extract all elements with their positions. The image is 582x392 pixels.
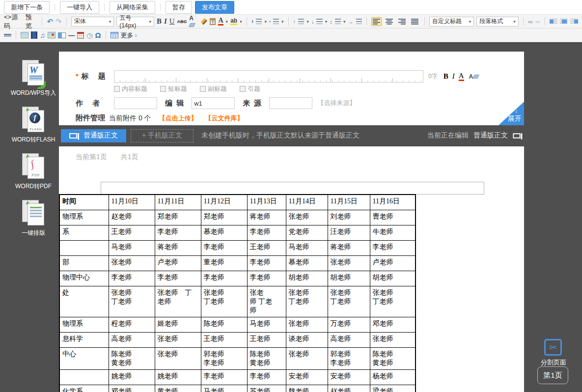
- table-cell[interactable]: 物理系: [59, 210, 109, 225]
- table-cell[interactable]: 胡老师: [370, 271, 416, 286]
- chevron-down-icon[interactable]: ▾: [264, 19, 267, 24]
- table-cell[interactable]: 胡老师: [286, 271, 328, 286]
- table-cell[interactable]: 王老师: [247, 240, 286, 255]
- table-cell[interactable]: 陈老师 黄老师: [370, 348, 416, 370]
- table-cell[interactable]: 郭老师 李老师: [328, 348, 370, 370]
- undo-icon[interactable]: ↶: [47, 18, 53, 25]
- table-cell[interactable]: 李老师: [201, 271, 247, 286]
- clock-icon[interactable]: ◷: [86, 31, 92, 39]
- table-cell[interactable]: 李老师: [109, 271, 155, 286]
- ordered-list-icon[interactable]: [256, 19, 262, 24]
- calendar-icon[interactable]: [77, 32, 84, 39]
- table-cell[interactable]: 系: [59, 225, 109, 240]
- table-cell[interactable]: 谈老师: [286, 333, 328, 348]
- highlight-color-button[interactable]: ab: [230, 18, 237, 25]
- one-key-import-button[interactable]: 一键导入: [60, 1, 99, 14]
- table-cell[interactable]: 张老师: [286, 317, 328, 333]
- paragraph-spacing-top-icon[interactable]: [298, 19, 304, 24]
- table-cell[interactable]: 王老师: [109, 225, 155, 240]
- table-cell[interactable]: 李老师: [201, 370, 247, 385]
- table-cell[interactable]: 李老师: [370, 240, 416, 255]
- table-cell[interactable]: 慕老师: [201, 225, 247, 240]
- chevron-down-icon[interactable]: ▾: [240, 19, 242, 24]
- chevron-down-icon[interactable]: ▾: [306, 19, 309, 24]
- more-tools-button[interactable]: 更多›: [121, 31, 137, 40]
- bullet-list-icon[interactable]: [273, 19, 279, 24]
- table-cell[interactable]: 苏老师: [247, 385, 286, 392]
- align-left-button[interactable]: [371, 17, 382, 26]
- table-cell[interactable]: [59, 370, 109, 385]
- table-cell[interactable]: 万老师: [328, 317, 370, 333]
- sidebar-item-word-import[interactable]: W WORD/WPS导入: [10, 60, 57, 97]
- table-cell[interactable]: 高老师: [109, 333, 155, 348]
- table-cell[interactable]: 邓老师: [109, 385, 155, 392]
- table-header-cell[interactable]: 11月12日: [201, 195, 247, 210]
- table-cell[interactable]: 李老师: [155, 271, 201, 286]
- table-cell[interactable]: 物理中心: [59, 271, 109, 286]
- table-cell[interactable]: 部: [59, 255, 109, 271]
- table-cell[interactable]: 张老师: [370, 333, 416, 348]
- page-1-button[interactable]: 第1页: [537, 366, 568, 384]
- bullet-list-icon[interactable]: •: [269, 19, 271, 24]
- table-cell[interactable]: 程老师: [109, 317, 155, 333]
- table-cell[interactable]: 卢老师: [155, 255, 201, 271]
- chevron-down-icon[interactable]: ▾: [325, 19, 328, 24]
- insert-table-icon[interactable]: [111, 32, 118, 38]
- table-cell[interactable]: 张老师 丁老师: [328, 286, 370, 317]
- chevron-down-icon[interactable]: ▾: [226, 19, 228, 24]
- insert-audio-icon[interactable]: ♫: [40, 31, 45, 39]
- table-cell[interactable]: 党老师: [286, 225, 328, 240]
- title-remove-format-icon[interactable]: A: [469, 73, 479, 80]
- table-header-cell[interactable]: 11月13日: [247, 195, 286, 210]
- table-header-cell[interactable]: 11月14日: [286, 195, 328, 210]
- table-cell[interactable]: 牛老师: [370, 225, 416, 240]
- redo-icon[interactable]: ↷: [55, 18, 62, 25]
- checkbox-lead-title[interactable]: 引题: [240, 84, 260, 93]
- remove-format-icon[interactable]: A: [189, 15, 198, 28]
- table-cell[interactable]: 张老 师 丁老 师: [247, 286, 286, 317]
- editor-input[interactable]: [192, 97, 235, 109]
- table-cell[interactable]: 郑老师: [155, 210, 201, 225]
- underline-button[interactable]: U: [169, 17, 175, 26]
- author-input[interactable]: [114, 97, 157, 109]
- editor-page[interactable]: 当前第1页共1页 时间11月10日11月11日11月12日11月13日11月14…: [59, 146, 524, 392]
- table-cell[interactable]: 马老师: [201, 385, 247, 392]
- content-table[interactable]: 时间11月10日11月11日11月12日11月13日11月14日11月15日11…: [59, 194, 416, 392]
- table-cell[interactable]: 赵老师: [109, 210, 155, 225]
- source-input[interactable]: [269, 97, 312, 109]
- source-code-toggle[interactable]: <>源码: [4, 13, 23, 30]
- table-cell[interactable]: 蒋老师: [247, 210, 286, 225]
- table-cell[interactable]: 赵老师: [328, 385, 370, 392]
- table-cell[interactable]: [59, 240, 109, 255]
- upload-attachment-link[interactable]: 【点击上传】: [159, 114, 197, 123]
- table-cell[interactable]: 李老师: [155, 225, 201, 240]
- table-cell[interactable]: 胡老师: [328, 271, 370, 286]
- table-cell[interactable]: 张老师: [109, 255, 155, 271]
- custom-title-select[interactable]: 自定义标题▾: [429, 17, 474, 27]
- strikethrough-button[interactable]: ABC: [177, 19, 187, 24]
- table-cell[interactable]: 处: [59, 286, 109, 317]
- align-center-button[interactable]: [384, 17, 394, 26]
- table-cell[interactable]: 陈老师 黄老师: [247, 348, 286, 370]
- table-cell[interactable]: 李老师: [201, 240, 247, 255]
- special-char-icon[interactable]: Ω: [95, 31, 101, 39]
- table-cell[interactable]: 梁老师: [370, 385, 416, 392]
- font-size-select[interactable]: 五号(14px)▾: [116, 17, 154, 27]
- paragraph-spacing-top-icon[interactable]: ↑: [293, 19, 296, 25]
- table-cell[interactable]: 张老师 丁老师: [286, 286, 328, 317]
- expand-label[interactable]: 展开: [508, 114, 522, 123]
- table-cell[interactable]: 姚老师: [155, 370, 201, 385]
- title-color-button[interactable]: A: [459, 72, 464, 81]
- title-bold-button[interactable]: B: [443, 72, 448, 81]
- table-cell[interactable]: 马老师: [247, 317, 286, 333]
- table-cell[interactable]: 张老师 丁老师: [201, 286, 247, 317]
- sidebar-item-word-to-pdf[interactable]: ∫PDF WORD转PDF: [10, 153, 57, 191]
- bold-button[interactable]: B: [157, 17, 162, 26]
- table-cell[interactable]: 马老师: [109, 240, 155, 255]
- align-right-button[interactable]: [397, 17, 407, 26]
- align-justify-button[interactable]: [410, 17, 420, 26]
- insert-map-icon[interactable]: [48, 32, 55, 38]
- image-align-right-icon[interactable]: [570, 19, 578, 25]
- table-cell[interactable]: 刘老师: [328, 210, 370, 225]
- table-cell[interactable]: 息科学: [59, 333, 109, 348]
